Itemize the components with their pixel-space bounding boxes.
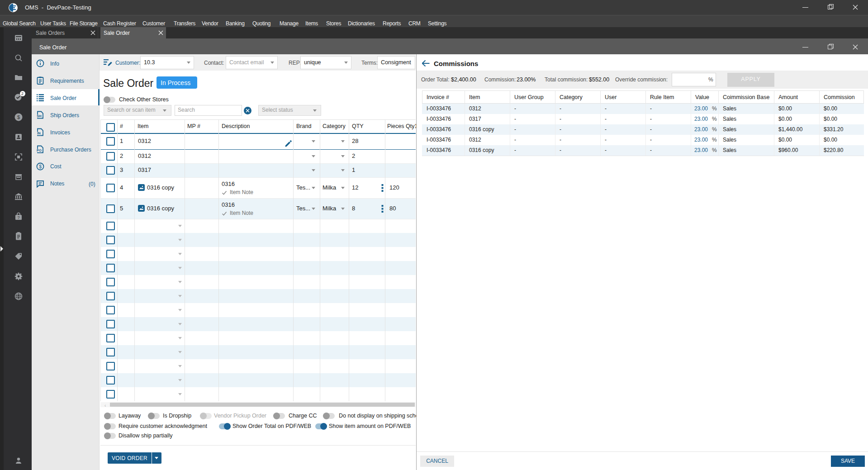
svg-text:PO: PO <box>37 148 42 152</box>
svg-text:IN: IN <box>37 131 41 135</box>
svg-text:$: $ <box>17 114 20 120</box>
svg-text:$: $ <box>39 164 42 169</box>
svg-text:?: ? <box>17 215 19 220</box>
svg-text:SH: SH <box>37 114 41 118</box>
